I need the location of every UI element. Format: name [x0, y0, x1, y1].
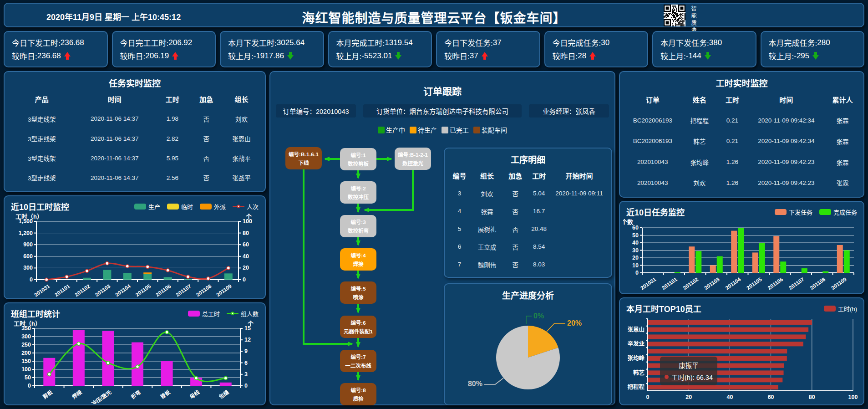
table-row: 3型走线架2020-11-06 14:371.98否刘欢 — [9, 109, 260, 128]
table-cell: 张均峰 — [681, 158, 718, 167]
svg-text:201102: 201102 — [74, 283, 91, 297]
svg-text:100: 100 — [848, 394, 858, 400]
legend-item[interactable]: 生产 — [134, 202, 160, 211]
table-cell: 8.03 — [527, 261, 552, 268]
svg-text:201107: 201107 — [788, 276, 805, 291]
panel-title: 工序明细 — [445, 148, 611, 165]
svg-text:201101: 201101 — [54, 283, 71, 297]
table-cell: BC202006193 — [624, 117, 681, 124]
svg-text:80%: 80% — [468, 380, 482, 388]
left-column: 任务实时监控 产品时间工时加急组长3型走线架2020-11-06 14:371.… — [4, 71, 266, 405]
svg-text:数控剪板: 数控剪板 — [348, 161, 369, 167]
table-cell: 否 — [504, 225, 526, 234]
svg-text:201109: 201109 — [830, 276, 848, 291]
legend-item[interactable]: 人次 — [233, 202, 259, 211]
table-cell: 韩艺 — [681, 137, 718, 146]
svg-text:9: 9 — [244, 348, 248, 354]
panel-team-chart: 班组工时统计 总工时组人数 050100150200250300350工时（h）… — [4, 302, 266, 405]
header-bar: 2020年11月9日 星期一 上午10:45:12 海红智能制造与质量管理云平台… — [4, 3, 864, 27]
svg-text:1,200: 1,200 — [19, 230, 33, 236]
legend-item[interactable]: 总工时 — [188, 309, 220, 318]
kpi-compare: 较上月: -1917.86 — [228, 50, 316, 61]
flow-node[interactable]: 编号:1数控剪板 — [340, 148, 376, 170]
top10-hbar-chart[interactable]: 020406080100张恩山辛发业张均峰韩艺把程程 — [623, 315, 860, 404]
table-cell: 展树礼 — [470, 225, 504, 234]
svg-text:普板: 普板 — [159, 389, 171, 400]
table-cell: 开始时间 — [552, 171, 607, 180]
svg-text:把程程: 把程程 — [627, 383, 645, 390]
table-cell: 3型走线架 — [9, 173, 75, 182]
panel-title: 任务实时监控 — [5, 72, 265, 89]
svg-text:元器件装配1: 元器件装配1 — [344, 328, 373, 334]
flow-node[interactable]: 编号:6元器件装配1 — [340, 316, 376, 338]
svg-text:0: 0 — [244, 383, 248, 389]
flow-node[interactable]: 编号:4焊接 — [340, 248, 376, 271]
kpi-value: 本月完成工时: 1319.54 — [336, 37, 424, 48]
table-cell: 1.98 — [155, 115, 190, 122]
legend-item[interactable]: 组人数 — [227, 309, 259, 318]
legend-item[interactable]: 下发任务 — [775, 208, 812, 216]
svg-text:40: 40 — [243, 253, 249, 260]
process-flow-diagram[interactable]: 编号:B-1-6-1下线编号:1数控剪板编号:B-1-2-1数控激光编号:2数控… — [272, 145, 450, 407]
progress-pie-chart[interactable]: 0%20%80% — [446, 302, 610, 406]
table-cell: 否 — [504, 189, 526, 198]
legend-item[interactable]: 工时(h) — [824, 304, 857, 313]
kpi-row: 今日下发工时: 236.68 较昨日: 236.68 今日完工工时: 206.9… — [4, 31, 864, 67]
legend-label: 已完工 — [450, 125, 469, 134]
table-cell: 产品 — [9, 94, 75, 104]
svg-text:折弯: 折弯 — [130, 389, 142, 400]
svg-text:0: 0 — [635, 270, 639, 276]
chart-title: 近10日任务监控 — [626, 206, 685, 218]
table-header-row: 编号组长加急工时开始时间 — [449, 167, 607, 184]
flow-node[interactable]: 编号:3数控折弯 — [340, 215, 376, 237]
svg-text:0%: 0% — [533, 312, 544, 320]
legend-swatch-icon — [819, 209, 831, 215]
order-customer-box: 订货单位：烟台东方瑞创达电子科技有限公司 — [363, 104, 522, 118]
table-cell: 编号 — [449, 171, 470, 180]
legend-item[interactable]: 临时 — [167, 202, 193, 211]
flow-node[interactable]: 编号:5喷涂 — [340, 281, 376, 304]
svg-text:201104: 201104 — [725, 276, 742, 291]
page-title: 海红智能制造与质量管理云平台【钣金车间】 — [5, 8, 863, 26]
svg-text:40: 40 — [632, 240, 639, 246]
table-cell: 张霖 — [826, 116, 859, 125]
table-cell: 2020-11-09 09:42:23 — [746, 158, 826, 165]
flow-node[interactable]: 编号:2数控冲压 — [340, 181, 376, 204]
svg-text:焊接: 焊接 — [71, 389, 83, 400]
svg-text:辛发业: 辛发业 — [627, 340, 645, 347]
legend-item[interactable]: 外派 — [200, 202, 226, 211]
legend-item[interactable]: 完成任务 — [819, 208, 857, 216]
table-cell: 累计人 — [826, 95, 859, 104]
table-cell: 5.95 — [155, 155, 190, 162]
svg-text:0: 0 — [28, 383, 31, 389]
team-combo-chart[interactable]: 050100150200250300350工时（h）03691215个剪板焊接冲… — [9, 320, 260, 404]
chart-title: 班组工时统计 — [11, 307, 60, 319]
chart-title: 近10日工时监控 — [11, 200, 69, 212]
flow-node[interactable]: 编号:B-1-6-1下线 — [285, 147, 322, 169]
svg-text:201106: 201106 — [155, 283, 172, 297]
legend-item: 已完工 — [442, 125, 469, 134]
legend-label: 完成任务 — [833, 208, 857, 216]
kpi-compare: 较昨日: 206.19 — [120, 50, 208, 61]
trend-arrow-icon — [395, 52, 401, 60]
flow-node[interactable]: 编号:8质检 — [340, 383, 376, 405]
svg-text:300: 300 — [21, 333, 31, 340]
qr-block: 智能质造 — [664, 5, 697, 35]
table-cell: 2020-11-06 14:37 — [75, 115, 155, 122]
tasks-bar-chart[interactable]: 0102030405060个数2010312011012011022011032… — [623, 219, 860, 291]
kpi-value: 今日完工工时: 206.92 — [120, 37, 208, 48]
kpi-compare: 较昨日: 236.68 — [12, 50, 100, 61]
legend-swatch-icon — [473, 127, 480, 133]
svg-text:80: 80 — [243, 230, 249, 236]
flow-node[interactable]: 编号:7一二次布线 — [340, 350, 376, 372]
table-cell: 否 — [190, 153, 223, 163]
table-row: 7魏刚伟否8.03 — [449, 256, 607, 273]
panel-process-detail: 工序明细 编号组长加急工时开始时间3刘欢否5.042020-11-09 09:1… — [444, 148, 612, 278]
table-header-row: 产品时间工时加急组长 — [9, 89, 260, 109]
hours-combo-chart[interactable]: 03006009001,2001,500工时（h）020406080100个20… — [9, 213, 260, 298]
svg-text:20: 20 — [685, 394, 692, 400]
flow-node[interactable]: 编号:B-1-2-1数控激光 — [395, 148, 431, 170]
table-cell: 否 — [504, 242, 526, 251]
svg-text:3: 3 — [244, 371, 248, 378]
table-row: 3型走线架2020-11-06 14:372.56否张战平 — [9, 168, 260, 188]
